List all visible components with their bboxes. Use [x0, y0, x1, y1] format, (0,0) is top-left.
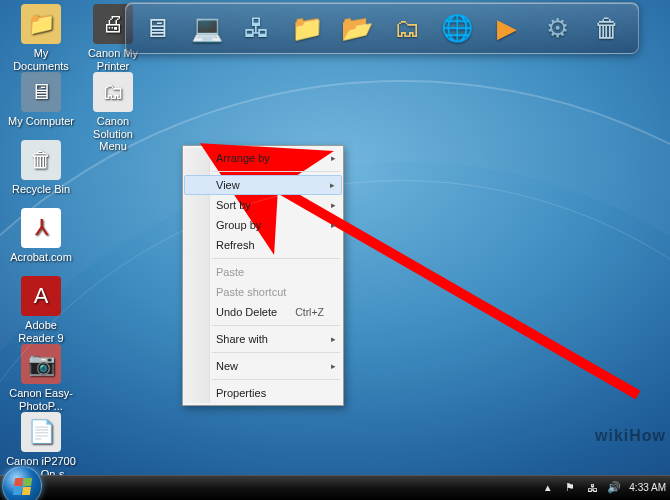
menu-item-label: Sort by — [216, 199, 251, 211]
desktop-icon-my-computer[interactable]: 🖥My Computer — [6, 72, 76, 128]
menu-item-label: Paste shortcut — [216, 286, 286, 298]
dock-media-icon: ▶ — [497, 13, 517, 44]
menu-separator — [212, 171, 340, 172]
menu-item-paste-shortcut: Paste shortcut — [184, 282, 342, 302]
menu-item-view[interactable]: View — [184, 175, 342, 195]
desktop-icon-label: My Computer — [6, 115, 76, 128]
canon-solution-icon: 🗂 — [93, 72, 133, 112]
dock-folder1-icon: 📁 — [291, 13, 323, 44]
dock-toolbar: 🖥💻🖧📁📂🗂🌐▶⚙🗑 — [125, 2, 639, 54]
start-button[interactable] — [2, 466, 42, 500]
desktop-icon-label: Acrobat.com — [6, 251, 76, 264]
desktop-icon-label: Canon Solution Menu — [78, 115, 148, 153]
dock-ie[interactable]: 🌐 — [434, 7, 480, 49]
watermark: wikiHow — [595, 427, 666, 445]
windows-logo-icon — [12, 478, 31, 495]
menu-item-label: Undo Delete — [216, 306, 277, 318]
desktop-icon-label: Adobe Reader 9 — [6, 319, 76, 344]
menu-item-label: Group by — [216, 219, 261, 231]
menu-item-label: Properties — [216, 387, 266, 399]
dock-folder2[interactable]: 📂 — [334, 7, 380, 49]
desktop-context-menu: Arrange byViewSort byGroup byRefreshPast… — [182, 145, 344, 406]
tray-network[interactable]: 🖧 — [585, 481, 599, 495]
canon-ip2700-icon: 📄 — [21, 412, 61, 452]
dock-desktop[interactable]: 🖥 — [134, 7, 180, 49]
dock-folder2-icon: 📂 — [341, 13, 373, 44]
acrobat-com-icon: ⅄ — [21, 208, 61, 248]
dock-computer[interactable]: 💻 — [184, 7, 230, 49]
recycle-bin-icon: 🗑 — [21, 140, 61, 180]
menu-separator — [212, 325, 340, 326]
menu-item-label: New — [216, 360, 238, 372]
menu-item-label: Share with — [216, 333, 268, 345]
menu-item-share-with[interactable]: Share with — [184, 329, 342, 349]
dock-network-icon: 🖧 — [244, 13, 270, 44]
tray-volume-icon: 🔊 — [607, 481, 621, 494]
menu-item-paste: Paste — [184, 262, 342, 282]
dock-recycle[interactable]: 🗑 — [584, 7, 630, 49]
menu-item-new[interactable]: New — [184, 356, 342, 376]
taskbar: ▴⚑🖧🔊4:33 AM — [0, 475, 670, 500]
desktop-icon-acrobat-com[interactable]: ⅄Acrobat.com — [6, 208, 76, 264]
menu-item-label: View — [216, 179, 240, 191]
desktop-icon-my-documents[interactable]: 📁My Documents — [6, 4, 76, 72]
menu-separator — [212, 258, 340, 259]
dock-desktop-icon: 🖥 — [144, 13, 170, 44]
desktop[interactable]: 📄Canon iP2700 series On-s...📷Canon Easy-… — [0, 0, 670, 475]
desktop-icon-label: Recycle Bin — [6, 183, 76, 196]
system-tray: ▴⚑🖧🔊4:33 AM — [541, 475, 666, 500]
tray-network-icon: 🖧 — [587, 482, 598, 494]
menu-item-label: Paste — [216, 266, 244, 278]
dock-computer-icon: 💻 — [191, 13, 223, 44]
dock-recycle-icon: 🗑 — [594, 13, 620, 44]
dock-folder3-icon: 🗂 — [394, 13, 420, 44]
desktop-icon-label: My Documents — [6, 47, 76, 72]
desktop-icon-canon-easy[interactable]: 📷Canon Easy-PhotoP... — [6, 344, 76, 412]
adobe-reader-icon: A — [21, 276, 61, 316]
menu-item-sort-by[interactable]: Sort by — [184, 195, 342, 215]
menu-item-refresh[interactable]: Refresh — [184, 235, 342, 255]
tray-flag-icon: ⚑ — [565, 481, 575, 494]
dock-control[interactable]: ⚙ — [534, 7, 580, 49]
dock-folder1[interactable]: 📁 — [284, 7, 330, 49]
my-computer-icon: 🖥 — [21, 72, 61, 112]
dock-network[interactable]: 🖧 — [234, 7, 280, 49]
menu-item-undo-delete[interactable]: Undo DeleteCtrl+Z — [184, 302, 342, 322]
canon-easy-icon: 📷 — [21, 344, 61, 384]
tray-clock[interactable]: 4:33 AM — [629, 482, 666, 493]
dock-control-icon: ⚙ — [546, 13, 569, 44]
desktop-icon-recycle-bin[interactable]: 🗑Recycle Bin — [6, 140, 76, 196]
menu-item-group-by[interactable]: Group by — [184, 215, 342, 235]
menu-item-label: Arrange by — [216, 152, 270, 164]
dock-folder3[interactable]: 🗂 — [384, 7, 430, 49]
menu-item-label: Refresh — [216, 239, 255, 251]
my-documents-icon: 📁 — [21, 4, 61, 44]
dock-ie-icon: 🌐 — [441, 13, 473, 44]
desktop-icon-canon-solution[interactable]: 🗂Canon Solution Menu — [78, 72, 148, 153]
menu-item-properties[interactable]: Properties — [184, 383, 342, 403]
menu-item-shortcut: Ctrl+Z — [295, 306, 324, 318]
tray-flag[interactable]: ⚑ — [563, 481, 577, 495]
menu-separator — [212, 352, 340, 353]
menu-separator — [212, 379, 340, 380]
desktop-icon-label: Canon Easy-PhotoP... — [6, 387, 76, 412]
dock-media[interactable]: ▶ — [484, 7, 530, 49]
tray-expand-icon: ▴ — [545, 481, 551, 494]
tray-volume[interactable]: 🔊 — [607, 481, 621, 495]
desktop-icon-adobe-reader[interactable]: AAdobe Reader 9 — [6, 276, 76, 344]
tray-expand[interactable]: ▴ — [541, 481, 555, 495]
menu-item-arrange-by[interactable]: Arrange by — [184, 148, 342, 168]
